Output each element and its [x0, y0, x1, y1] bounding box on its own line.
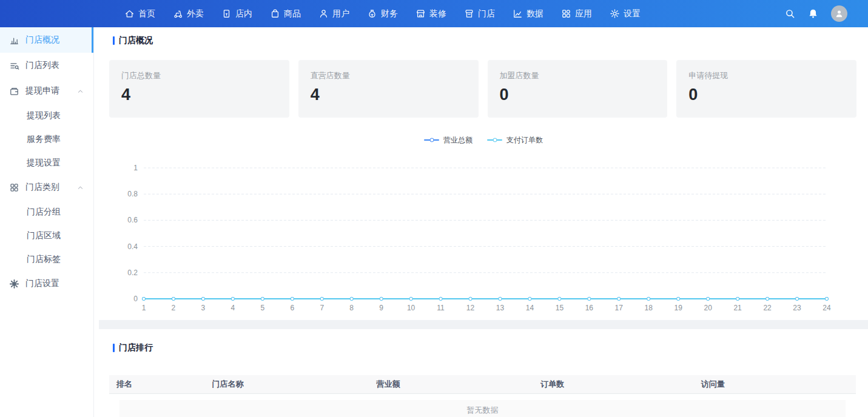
sidebar-item-store-region[interactable]: 门店区域	[0, 224, 93, 247]
nav-item-apps[interactable]: 应用	[561, 8, 592, 19]
stat-card-label: 门店总数量	[121, 70, 277, 81]
svg-text:0.4: 0.4	[127, 242, 138, 251]
empty-state: 暂无数据	[119, 400, 846, 417]
chart-bar-icon	[9, 35, 19, 45]
column-header-orders: 订单数	[533, 379, 694, 390]
nav-item-settings[interactable]: 设置	[610, 8, 641, 19]
svg-text:16: 16	[585, 304, 594, 312]
svg-text:0.8: 0.8	[127, 190, 138, 198]
chart-legend: 营业总额 支付订单数	[99, 135, 868, 145]
wallet-icon	[9, 86, 19, 96]
nav-item-data[interactable]: 数据	[513, 8, 543, 19]
nav-item-label: 商品	[284, 8, 301, 19]
column-header-revenue: 营业额	[369, 379, 533, 390]
svg-text:20: 20	[704, 304, 712, 312]
sidebar-item-withdraw-settings[interactable]: 提现设置	[0, 151, 93, 175]
bell-icon[interactable]	[808, 8, 818, 19]
page-title: 门店概况	[119, 35, 153, 46]
sidebar-item-label: 门店类别	[25, 182, 59, 193]
nav-item-user[interactable]: 用户	[318, 8, 349, 19]
nav-item-label: 设置	[624, 8, 641, 19]
svg-text:11: 11	[437, 304, 445, 312]
nav-item-instore[interactable]: 店内	[221, 8, 252, 19]
sidebar-subitem-label: 提现列表	[27, 110, 61, 121]
apps-icon	[561, 8, 571, 19]
home-icon	[124, 8, 135, 19]
nav-item-label: 用户	[332, 8, 349, 19]
ranking-table-header: 排名 门店名称 营业额 订单数 访问量	[109, 375, 856, 394]
chevron-up-icon	[77, 88, 84, 95]
stat-card-franchise-stores: 加盟店数量 0	[488, 60, 668, 118]
avatar[interactable]	[831, 5, 847, 22]
nav-item-label: 装修	[429, 8, 446, 19]
svg-text:19: 19	[675, 304, 683, 312]
stat-card-value: 0	[500, 85, 656, 104]
list-search-icon	[9, 61, 19, 71]
sidebar-item-label: 门店概况	[25, 35, 59, 45]
store-admin-dashboard: 首页 外卖 店内 商品 用户 财务	[0, 0, 868, 417]
nav-item-takeout[interactable]: 外卖	[173, 8, 204, 19]
sidebar-item-store-group[interactable]: 门店分组	[0, 200, 93, 224]
nav-item-label: 财务	[381, 8, 398, 19]
nav-item-label: 外卖	[187, 8, 204, 19]
nav-item-home[interactable]: 首页	[124, 8, 155, 19]
svg-text:17: 17	[615, 304, 624, 312]
legend-item-revenue[interactable]: 营业总额	[424, 135, 473, 145]
svg-text:13: 13	[496, 304, 505, 312]
store-ranking-panel: 门店排行 排名 门店名称 营业额 订单数 访问量 暂无数据	[99, 329, 868, 408]
nav-item-store[interactable]: 门店	[464, 8, 495, 19]
top-nav-actions	[785, 0, 847, 27]
revenue-orders-line-chart: 00.20.40.60.8112345678910111213141516171…	[99, 148, 868, 315]
sidebar-item-service-rate[interactable]: 服务费率	[0, 127, 93, 151]
stat-cards: 门店总数量 4 直营店数量 4 加盟店数量 0 申请待提现 0	[109, 60, 856, 118]
stat-card-value: 0	[688, 85, 844, 104]
column-header-visits: 访问量	[694, 379, 856, 390]
nav-item-goods[interactable]: 商品	[270, 8, 301, 19]
decorate-icon	[415, 8, 426, 19]
empty-state-text: 暂无数据	[467, 405, 499, 416]
stat-card-value: 4	[311, 85, 466, 104]
svg-text:1: 1	[142, 304, 146, 312]
svg-text:15: 15	[556, 304, 564, 312]
svg-text:10: 10	[407, 304, 415, 312]
nav-item-decorate[interactable]: 装修	[415, 8, 446, 19]
grid-icon	[9, 182, 19, 193]
title-accent-bar	[113, 36, 115, 45]
search-icon[interactable]	[785, 8, 795, 19]
svg-text:4: 4	[231, 304, 235, 312]
data-icon	[513, 8, 523, 19]
stat-card-label: 直营店数量	[311, 70, 466, 81]
legend-label: 营业总额	[443, 135, 473, 145]
nav-item-label: 应用	[575, 8, 592, 19]
legend-item-paid-orders[interactable]: 支付订单数	[487, 135, 543, 145]
svg-text:0.6: 0.6	[127, 216, 138, 224]
stat-card-label: 加盟店数量	[500, 70, 656, 81]
sidebar-subitem-label: 门店区域	[27, 230, 61, 241]
sidebar-item-store-category[interactable]: 门店类别	[0, 175, 93, 200]
user-icon	[318, 8, 329, 19]
instore-icon	[221, 8, 232, 19]
sidebar-item-store-overview[interactable]: 门店概况	[0, 27, 93, 53]
sidebar-subitem-label: 门店分组	[27, 207, 61, 218]
sidebar-item-store-tag[interactable]: 门店标签	[0, 247, 93, 271]
sidebar-item-store-settings[interactable]: 门店设置	[0, 271, 93, 296]
sidebar-item-store-list[interactable]: 门店列表	[0, 53, 93, 78]
svg-text:22: 22	[763, 304, 772, 312]
svg-text:24: 24	[823, 304, 831, 312]
nav-item-label: 首页	[138, 8, 155, 19]
svg-text:5: 5	[260, 304, 264, 312]
gear-icon	[9, 279, 19, 289]
stat-card-total-stores: 门店总数量 4	[109, 60, 289, 118]
stat-card-pending-withdraw: 申请待提现 0	[676, 60, 856, 118]
stat-card-value: 4	[121, 85, 277, 104]
nav-item-finance[interactable]: 财务	[367, 8, 398, 19]
sidebar-subitem-label: 服务费率	[27, 134, 61, 145]
svg-text:23: 23	[793, 304, 801, 312]
svg-text:3: 3	[201, 304, 206, 312]
sidebar-item-withdraw-request[interactable]: 提现申请	[0, 78, 93, 104]
ranking-table: 排名 门店名称 营业额 订单数 访问量 暂无数据	[109, 375, 856, 417]
sidebar-item-withdraw-list[interactable]: 提现列表	[0, 104, 93, 127]
svg-text:0: 0	[133, 295, 138, 303]
svg-text:21: 21	[733, 304, 742, 312]
section-divider	[99, 320, 868, 329]
